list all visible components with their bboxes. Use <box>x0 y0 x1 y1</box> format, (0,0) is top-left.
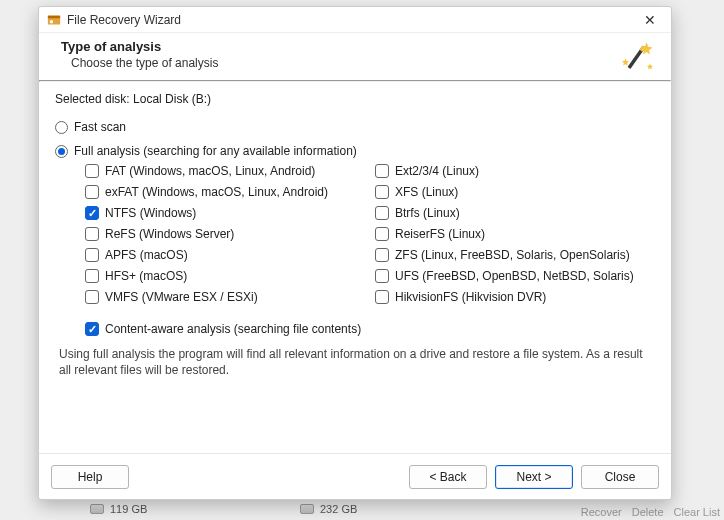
checkbox-fs[interactable]: FAT (Windows, macOS, Linux, Android) <box>85 164 365 178</box>
checkbox-icon[interactable] <box>85 248 99 262</box>
checkbox-fs[interactable]: XFS (Linux) <box>375 185 655 199</box>
checkbox-icon[interactable] <box>375 164 389 178</box>
checkbox-fs[interactable]: HFS+ (macOS) <box>85 269 365 283</box>
checkbox-fs[interactable]: Btrfs (Linux) <box>375 206 655 220</box>
radio-full-analysis[interactable]: Full analysis (searching for any availab… <box>55 144 655 158</box>
drive-icon <box>90 504 104 514</box>
hint-text: Using full analysis the program will fin… <box>59 346 651 378</box>
checkbox-label: HFS+ (macOS) <box>105 269 187 283</box>
bg-action: Recover <box>581 506 622 518</box>
next-button[interactable]: Next > <box>495 465 573 489</box>
checkbox-fs[interactable]: NTFS (Windows) <box>85 206 365 220</box>
help-button[interactable]: Help <box>51 465 129 489</box>
svg-marker-6 <box>622 58 629 65</box>
checkbox-label: NTFS (Windows) <box>105 206 196 220</box>
window-title: File Recovery Wizard <box>67 13 181 27</box>
checkbox-fs[interactable]: Ext2/3/4 (Linux) <box>375 164 655 178</box>
checkbox-fs[interactable]: exFAT (Windows, macOS, Linux, Android) <box>85 185 365 199</box>
checkbox-label: ZFS (Linux, FreeBSD, Solaris, OpenSolari… <box>395 248 630 262</box>
checkbox-fs[interactable]: APFS (macOS) <box>85 248 365 262</box>
checkbox-icon[interactable] <box>85 269 99 283</box>
checkbox-icon[interactable] <box>85 322 99 336</box>
checkbox-content-aware[interactable]: Content-aware analysis (searching file c… <box>85 322 655 336</box>
checkbox-icon[interactable] <box>85 185 99 199</box>
checkbox-fs[interactable]: HikvisionFS (Hikvision DVR) <box>375 290 655 304</box>
wizard-dialog: File Recovery Wizard ✕ Type of analysis … <box>38 6 672 500</box>
titlebar: File Recovery Wizard ✕ <box>39 7 671 33</box>
checkbox-icon[interactable] <box>85 290 99 304</box>
close-button[interactable]: Close <box>581 465 659 489</box>
checkbox-icon[interactable] <box>375 185 389 199</box>
back-button[interactable]: < Back <box>409 465 487 489</box>
bg-disk-size: 232 GB <box>320 503 357 515</box>
checkbox-label: FAT (Windows, macOS, Linux, Android) <box>105 164 315 178</box>
checkbox-label: Ext2/3/4 (Linux) <box>395 164 479 178</box>
radio-fast-scan[interactable]: Fast scan <box>55 120 655 134</box>
checkbox-icon[interactable] <box>375 248 389 262</box>
checkbox-fs[interactable]: ReFS (Windows Server) <box>85 227 365 241</box>
app-icon <box>47 13 61 27</box>
wizard-body: Selected disk: Local Disk (B:) Fast scan… <box>39 82 671 453</box>
radio-label: Fast scan <box>74 120 126 134</box>
bg-action: Delete <box>632 506 664 518</box>
svg-marker-7 <box>647 63 653 69</box>
radio-icon[interactable] <box>55 121 68 134</box>
checkbox-label: VMFS (VMware ESX / ESXi) <box>105 290 258 304</box>
checkbox-fs[interactable]: ReiserFS (Linux) <box>375 227 655 241</box>
checkbox-label: HikvisionFS (Hikvision DVR) <box>395 290 546 304</box>
page-title: Type of analysis <box>61 39 655 54</box>
svg-rect-1 <box>48 15 60 18</box>
checkbox-label: XFS (Linux) <box>395 185 458 199</box>
bg-disk-item: 232 GB <box>300 500 357 518</box>
checkbox-fs[interactable]: VMFS (VMware ESX / ESXi) <box>85 290 365 304</box>
svg-point-2 <box>50 20 54 24</box>
checkbox-icon[interactable] <box>85 206 99 220</box>
checkbox-icon[interactable] <box>375 290 389 304</box>
checkbox-label: exFAT (Windows, macOS, Linux, Android) <box>105 185 328 199</box>
checkbox-icon[interactable] <box>85 227 99 241</box>
selected-disk-label: Selected disk: Local Disk (B:) <box>55 92 655 106</box>
checkbox-label: ReiserFS (Linux) <box>395 227 485 241</box>
drive-icon <box>300 504 314 514</box>
filesystem-grid: FAT (Windows, macOS, Linux, Android)Ext2… <box>85 164 655 304</box>
checkbox-icon[interactable] <box>375 227 389 241</box>
close-icon[interactable]: ✕ <box>637 12 663 28</box>
wand-icon <box>615 37 657 79</box>
checkbox-icon[interactable] <box>375 269 389 283</box>
radio-icon[interactable] <box>55 145 68 158</box>
checkbox-label: APFS (macOS) <box>105 248 188 262</box>
wizard-footer: Help < Back Next > Close <box>39 453 671 499</box>
checkbox-fs[interactable]: UFS (FreeBSD, OpenBSD, NetBSD, Solaris) <box>375 269 655 283</box>
bg-disk-item: 119 GB <box>90 500 147 518</box>
checkbox-label: ReFS (Windows Server) <box>105 227 234 241</box>
wizard-header: Type of analysis Choose the type of anal… <box>39 33 671 80</box>
bg-action: Clear List <box>674 506 720 518</box>
checkbox-fs[interactable]: ZFS (Linux, FreeBSD, Solaris, OpenSolari… <box>375 248 655 262</box>
radio-label: Full analysis (searching for any availab… <box>74 144 357 158</box>
checkbox-label: Content-aware analysis (searching file c… <box>105 322 361 336</box>
checkbox-label: Btrfs (Linux) <box>395 206 460 220</box>
checkbox-icon[interactable] <box>375 206 389 220</box>
svg-marker-5 <box>640 42 652 54</box>
checkbox-icon[interactable] <box>85 164 99 178</box>
bg-disk-size: 119 GB <box>110 503 147 515</box>
page-subtitle: Choose the type of analysis <box>71 56 655 70</box>
checkbox-label: UFS (FreeBSD, OpenBSD, NetBSD, Solaris) <box>395 269 634 283</box>
bg-actions: Recover Delete Clear List <box>581 506 720 518</box>
